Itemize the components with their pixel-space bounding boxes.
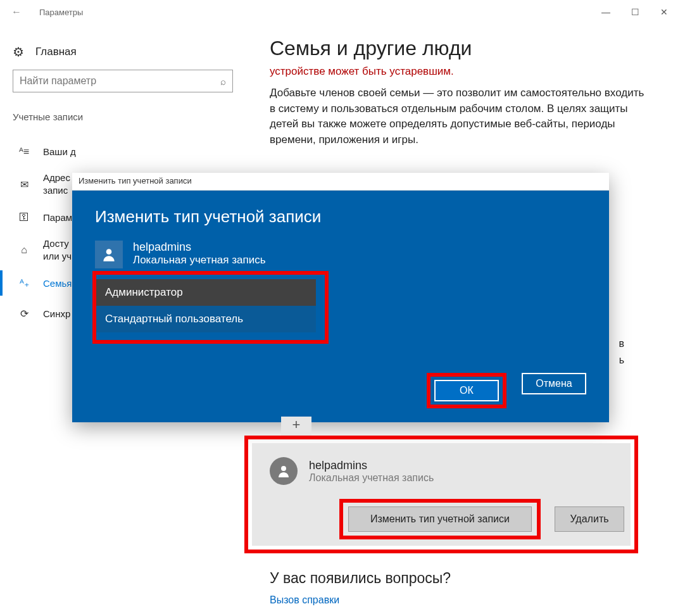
main-content: Семья и другие люди устройстве может быт… [270,37,650,148]
sidebar-home[interactable]: ⚙ Главная [13,44,253,60]
section-title: Учетные записи [13,111,253,122]
search-box[interactable]: ⌕ [13,70,233,92]
annotation-change-button: Изменить тип учетной записи [339,499,541,539]
maximize-button[interactable]: ☐ [620,7,650,17]
sidebar-item-label: Синхр [43,308,70,319]
account-type-dropdown[interactable]: Администратор Стандартный пользователь [96,279,316,332]
sidebar-item-label: Досту или уч [43,237,72,263]
annotation-dropdown: Администратор Стандартный пользователь [92,271,329,344]
user-avatar-icon [95,241,123,268]
sidebar-item-your-info[interactable]: ᴬ≡ Ваши д [13,136,233,167]
svg-point-1 [281,466,286,471]
annotation-user-card: helpadmins Локальная учетная запись Изме… [244,436,638,553]
search-icon: ⌕ [220,76,226,87]
warning-text: устройстве может быть устаревшим. [270,65,650,78]
gear-icon: ⚙ [13,44,24,60]
page-heading: Семья и другие люди [270,37,650,60]
search-input[interactable] [20,75,220,87]
ok-button[interactable]: ОК [434,380,499,401]
delete-button[interactable]: Удалить [555,506,624,532]
svg-point-0 [106,249,112,255]
help-section: У вас появились вопросы? Вызов справки [270,570,451,606]
sidebar-item-label: Парам [43,212,72,223]
annotation-ok: ОК [427,373,506,408]
mail-icon: ✉ [18,179,30,191]
change-account-type-button[interactable]: Изменить тип учетной записи [348,506,532,532]
dropdown-option-standard[interactable]: Стандартный пользователь [96,306,316,332]
user-name: helpadmins [133,241,266,254]
dialog-heading: Изменить тип учетной записи [95,207,586,227]
key-icon: ⚿ [18,211,30,223]
user-account-type: Локальная учетная запись [133,254,266,267]
sync-icon: ⟳ [18,308,30,320]
minimize-button[interactable]: — [591,7,620,17]
help-link[interactable]: Вызов справки [270,594,451,606]
card-user-type: Локальная учетная запись [309,472,434,484]
card-user-name: helpadmins [309,459,434,472]
sidebar-item-label: Ваши д [43,146,76,157]
user-avatar-icon [270,457,298,485]
description-text: Добавьте членов своей семьи — это позвол… [270,85,650,148]
cancel-button[interactable]: Отмена [522,373,586,394]
briefcase-icon: ⌂ [18,244,30,256]
add-user-button-stub[interactable]: + [281,417,311,436]
people-icon: ᴬ₊ [18,277,30,289]
dialog-footer: ОК Отмена [95,373,586,408]
change-account-type-dialog: Изменить тип учетной записи Изменить тип… [72,173,609,422]
dialog-titlebar: Изменить тип учетной записи [72,173,609,191]
dropdown-option-admin[interactable]: Администратор [96,279,316,306]
truncated-text: в ь [619,336,625,368]
home-label: Главная [35,46,77,58]
user-card-icon: ᴬ≡ [18,146,30,158]
sidebar-item-label: Адрес запис [43,172,70,198]
window-title: Параметры [39,8,83,17]
help-heading: У вас появились вопросы? [270,570,451,587]
back-button[interactable]: ← [6,6,27,18]
titlebar: ← Параметры — ☐ ✕ [0,0,685,24]
dialog-user-row: helpadmins Локальная учетная запись [95,241,586,268]
sidebar-item-label: Семья [43,278,72,289]
close-button[interactable]: ✕ [650,7,679,17]
user-card[interactable]: helpadmins Локальная учетная запись Изме… [252,443,631,546]
